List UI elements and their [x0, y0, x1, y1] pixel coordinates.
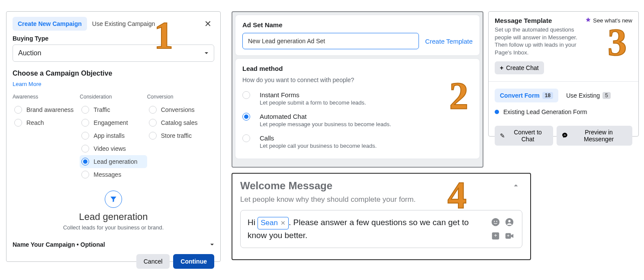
obj-label: Catalog sales: [161, 119, 198, 126]
svg-point-1: [494, 221, 495, 222]
tab-create-new-campaign[interactable]: Create New Campaign: [13, 17, 87, 31]
obj-brand-awareness[interactable]: Brand awareness: [13, 103, 80, 116]
message-template-sub: Set up the automated questions people wi…: [495, 26, 581, 56]
obj-store-traffic[interactable]: Store traffic: [147, 129, 214, 142]
existing-form-label: Existing Lead Generation Form: [503, 108, 587, 115]
close-icon[interactable]: ✕: [202, 18, 214, 29]
svg-point-4: [508, 220, 511, 222]
campaign-tabs: Create New Campaign Use Existing Campaig…: [13, 17, 214, 31]
name-tag[interactable]: Sean✕: [258, 217, 289, 229]
tab-convert-form[interactable]: Convert Form 18: [495, 89, 558, 102]
continue-button[interactable]: Continue: [173, 254, 214, 269]
panel-create-campaign: Create New Campaign Use Existing Campaig…: [6, 11, 221, 262]
tab-use-existing[interactable]: Use Existing 5: [561, 89, 616, 102]
tab-label: Use Existing: [566, 92, 600, 99]
col-awareness: Awareness Brand awareness Reach: [13, 94, 80, 181]
whats-new-label: See what's new: [593, 17, 632, 24]
obj-catalog-sales[interactable]: Catalog sales: [147, 116, 214, 129]
obj-label: Conversions: [161, 106, 195, 113]
selected-objective-summary: Lead generation Collect leads for your b…: [13, 191, 214, 231]
panel1-footer: Cancel Continue: [13, 254, 214, 269]
col-conversion: Conversion Conversions Catalog sales Sto…: [147, 94, 214, 181]
col-consideration: Consideration Traffic Engagement App ins…: [80, 94, 147, 181]
welcome-message-editor[interactable]: Hi Sean✕. Please answer a few questions …: [240, 210, 522, 248]
method-calls[interactable]: Calls Let people call your business to b…: [242, 131, 473, 153]
add-image-icon[interactable]: +: [490, 230, 501, 242]
name-campaign-label: Name Your Campaign • Optional: [13, 241, 105, 248]
tab-count-badge: 5: [602, 92, 611, 99]
buying-type-select[interactable]: Auction: [13, 45, 214, 62]
svg-point-2: [496, 221, 497, 222]
obj-label: Lead generation: [93, 158, 137, 165]
obj-label: Messages: [93, 171, 121, 178]
method-title: Instant Forms: [260, 91, 366, 99]
col-head-conversion: Conversion: [147, 94, 214, 100]
tab-label: Convert Form: [500, 92, 540, 99]
person-icon[interactable]: [504, 216, 515, 228]
btn-label: Convert to Chat: [508, 129, 548, 143]
buying-type-label: Buying Type: [13, 35, 214, 42]
learn-more-link[interactable]: Learn More: [13, 81, 41, 87]
selected-obj-title: Lead generation: [13, 211, 214, 223]
create-template-link[interactable]: Create Template: [425, 38, 473, 45]
obj-label: Reach: [26, 119, 44, 126]
svg-text:+: +: [494, 232, 497, 239]
editor-tools: + +: [490, 216, 515, 242]
plus-icon: +: [500, 64, 503, 71]
add-video-icon[interactable]: +: [504, 230, 515, 242]
caret-down-icon: [204, 49, 209, 57]
method-instant-forms[interactable]: Instant Forms Let people submit a form t…: [242, 88, 473, 109]
cancel-button[interactable]: Cancel: [136, 254, 170, 269]
tab-count-badge: 18: [542, 92, 553, 99]
objective-columns: Awareness Brand awareness Reach Consider…: [13, 94, 214, 181]
panel-welcome-message: Welcome Message Let people know why they…: [232, 173, 531, 260]
obj-lead-generation[interactable]: Lead generation: [80, 155, 147, 168]
obj-reach[interactable]: Reach: [13, 116, 80, 129]
obj-engagement[interactable]: Engagement: [80, 116, 147, 129]
obj-conversions[interactable]: Conversions: [147, 103, 214, 116]
btn-label: Preview in Messenger: [570, 129, 627, 143]
chevron-up-icon: [512, 184, 520, 191]
method-title: Calls: [260, 134, 377, 142]
greeting-pre: Hi: [248, 218, 258, 227]
create-chat-button[interactable]: + Create Chat: [495, 61, 544, 74]
star-icon: [585, 17, 591, 24]
obj-messages[interactable]: Messages: [80, 168, 147, 181]
obj-label: Video views: [93, 145, 126, 152]
see-whats-new-link[interactable]: See what's new: [585, 17, 632, 24]
funnel-icon: [105, 191, 122, 208]
obj-traffic[interactable]: Traffic: [80, 103, 147, 116]
panel-ad-set: Ad Set Name Create Template Lead method …: [232, 11, 483, 168]
remove-tag-icon[interactable]: ✕: [280, 219, 286, 227]
welcome-sub: Let people know why they should complete…: [240, 195, 522, 204]
existing-form-row[interactable]: Existing Lead Generation Form: [495, 108, 632, 115]
objective-title: Choose a Campaign Objective: [13, 70, 214, 77]
method-sub: Let people message your business to beco…: [260, 121, 391, 127]
tab-use-existing-campaign[interactable]: Use Existing Campaign: [87, 17, 161, 31]
col-head-awareness: Awareness: [13, 94, 80, 100]
emoji-icon[interactable]: [490, 216, 501, 228]
name-your-campaign-toggle[interactable]: Name Your Campaign • Optional: [13, 241, 214, 248]
preview-in-messenger-button[interactable]: Preview in Messenger: [557, 126, 632, 146]
convert-to-chat-button[interactable]: ✎ Convert to Chat: [495, 126, 553, 146]
welcome-title: Welcome Message: [240, 180, 332, 192]
method-sub: Let people call your business to become …: [260, 143, 377, 149]
buying-type-value: Auction: [18, 49, 41, 57]
create-chat-label: Create Chat: [506, 64, 538, 71]
pencil-icon: ✎: [500, 132, 505, 139]
method-automated-chat[interactable]: Automated Chat Let people message your b…: [242, 109, 473, 131]
method-sub: Let people submit a form to become leads…: [260, 99, 366, 106]
adset-name-input[interactable]: [242, 33, 419, 49]
obj-video-views[interactable]: Video views: [80, 142, 147, 155]
card-lead-method: Lead method How do you want to connect w…: [235, 58, 480, 159]
collapse-toggle[interactable]: [509, 181, 522, 191]
col-head-consideration: Consideration: [80, 94, 147, 100]
panel-message-template: Message Template Set up the automated qu…: [488, 11, 639, 137]
obj-label: Store traffic: [161, 132, 192, 139]
welcome-message-text[interactable]: Hi Sean✕. Please answer a few questions …: [248, 216, 486, 242]
obj-app-installs[interactable]: App installs: [80, 129, 147, 142]
lead-method-title: Lead method: [242, 65, 473, 72]
method-title: Automated Chat: [260, 113, 391, 120]
template-tabs: Convert Form 18 Use Existing 5: [495, 89, 632, 102]
status-dot-icon: [495, 110, 499, 114]
